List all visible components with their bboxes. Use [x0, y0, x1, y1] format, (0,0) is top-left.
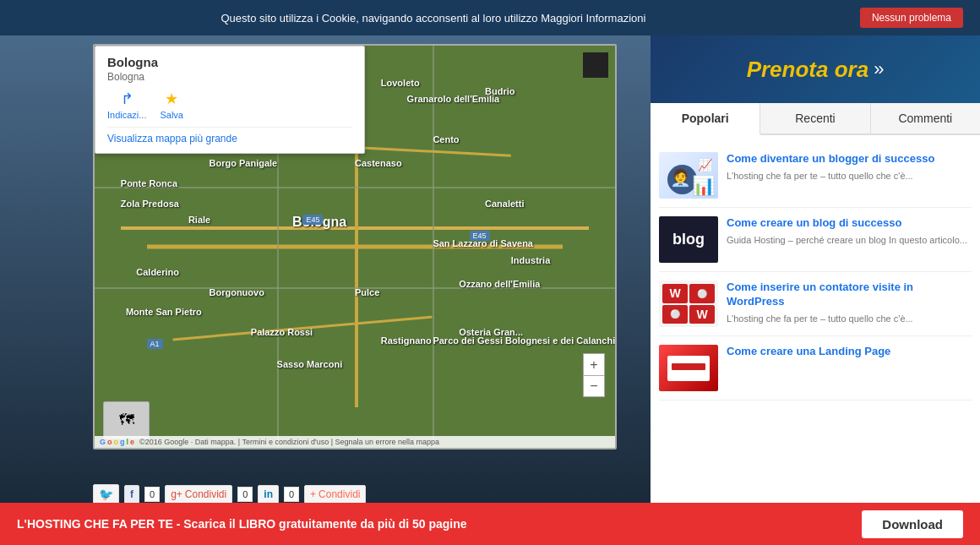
gplus-button[interactable]: g+ Condividi [165, 485, 232, 503]
map-copyright: ©2016 Google · Dati mappa. | Termini e c… [139, 438, 439, 446]
cookie-ok-button[interactable]: Nessun problema [860, 8, 963, 28]
blog-thumb-text: blog [672, 231, 705, 248]
save-icon: ★ [165, 90, 178, 108]
city-label: Castenaso [355, 158, 402, 168]
right-sidebar: Prenota ora » Popolari Recenti Commenti … [651, 35, 980, 503]
post-title-1[interactable]: Come diventare un blogger di successo [727, 152, 972, 166]
gplus-label: Condividi [185, 488, 226, 500]
city-label: Riale [188, 215, 210, 225]
post-content-4: Come creare una Landing Page [727, 345, 972, 362]
map-popup: Bologna Bologna ↱ Indicazi... ★ Salva Vi… [95, 46, 365, 154]
post-thumbnail-1: 🧑‍💼 📈 [659, 152, 718, 199]
main-layout: E45 E45 A13 A1 Bologna Lovoleto Budrio C… [0, 35, 980, 503]
post-title-2[interactable]: Come creare un blog di successo [727, 216, 972, 231]
post-thumbnail-4 [659, 345, 718, 391]
directions-button[interactable]: ↱ Indicazi... [107, 90, 146, 120]
map-container[interactable]: E45 E45 A13 A1 Bologna Lovoleto Budrio C… [93, 44, 617, 450]
city-label: Parco dei Gessi Bolognesi e dei Calanchi… [433, 335, 615, 346]
map-mini-icon[interactable]: 🗺 [103, 401, 150, 439]
cookie-text: Questo sito utilizza i Cookie, navigando… [17, 12, 850, 25]
post-content-1: Come diventare un blogger di successo L'… [727, 152, 972, 183]
city-label: Canaletti [485, 199, 524, 209]
tab-recenti[interactable]: Recenti [760, 103, 870, 134]
post-item: blog Come creare un blog di successo Gui… [659, 208, 972, 272]
city-label: Rastignano [381, 335, 432, 346]
twitter-button[interactable]: 🐦 [93, 484, 119, 503]
cookie-bar: Questo sito utilizza i Cookie, navigando… [0, 0, 980, 35]
map-black-button[interactable] [583, 52, 608, 78]
zoom-out-button[interactable]: − [583, 375, 605, 397]
addthis-label: Condividi [318, 488, 360, 500]
city-label: Borgonuovo [210, 287, 264, 297]
zoom-in-button[interactable]: + [583, 353, 605, 375]
bottom-banner-text: L'HOSTING CHE FA PER TE - Scarica il LIB… [17, 517, 862, 531]
popup-actions: ↱ Indicazi... ★ Salva [107, 90, 352, 120]
facebook-count: 0 [144, 487, 160, 502]
popup-subtitle: Bologna [107, 71, 352, 83]
download-button[interactable]: Download [862, 510, 963, 538]
linkedin-button[interactable]: in [258, 485, 279, 503]
popup-title: Bologna [107, 55, 352, 69]
save-label: Salva [160, 110, 183, 120]
facebook-button[interactable]: f [124, 485, 139, 503]
city-label: Pulce [355, 287, 379, 297]
city-label: Calderino [136, 267, 179, 277]
posts-list: 🧑‍💼 📈 Come diventare un blogger di succe… [651, 135, 980, 503]
city-label: Sasso Marconi [277, 359, 343, 369]
city-label: Granarolo dell'Emilia [407, 94, 500, 104]
directions-label: Indicazi... [107, 110, 146, 120]
map-bottom-bar: Google ©2016 Google · Dati mappa. | Term… [95, 436, 615, 448]
prenota-arrow: » [874, 58, 884, 80]
addthis-icon: + [310, 488, 316, 500]
gplus-count: 0 [237, 487, 253, 502]
city-label: Ponte Ronca [121, 178, 177, 188]
post-item: W ⚪ ⚪ W Come inserire un contatore visit… [659, 272, 972, 336]
view-larger-link[interactable]: Visualizza mappa più grande [107, 127, 352, 144]
zoom-controls: + − [583, 353, 605, 397]
addthis-button[interactable]: + Condividi [304, 485, 366, 503]
city-label: Zola Predosa [121, 199, 179, 209]
city-label: Industria [511, 255, 550, 265]
city-label: Cento [433, 134, 459, 144]
post-title-4[interactable]: Come creare una Landing Page [727, 345, 972, 359]
gplus-icon: g+ [171, 488, 182, 500]
tab-popolari[interactable]: Popolari [651, 103, 760, 135]
twitter-icon: 🐦 [99, 488, 113, 501]
post-title-3[interactable]: Come inserire un contatore visite in Wor… [727, 281, 972, 309]
directions-icon: ↱ [121, 90, 133, 108]
city-label: Ozzano dell'Emilia [459, 279, 540, 289]
post-thumbnail-3: W ⚪ ⚪ W [659, 281, 718, 327]
city-label: Lovoleto [381, 78, 420, 88]
linkedin-count: 0 [284, 487, 299, 502]
save-button[interactable]: ★ Salva [160, 90, 183, 120]
city-label: Palazzo Rossi [251, 327, 313, 337]
city-label: Monte San Pietro [126, 307, 202, 317]
post-content-3: Come inserire un contatore visite in Wor… [727, 281, 972, 325]
post-excerpt-1: L'hosting che fa per te – tutto quello c… [727, 170, 972, 183]
prenota-text: Prenota ora [747, 57, 869, 83]
map-section: E45 E45 A13 A1 Bologna Lovoleto Budrio C… [0, 35, 651, 503]
linkedin-icon: in [264, 488, 273, 500]
post-excerpt-2: Guida Hosting – perché creare un blog In… [727, 234, 972, 247]
facebook-icon: f [130, 488, 133, 500]
bottom-banner: L'HOSTING CHE FA PER TE - Scarica il LIB… [0, 503, 980, 545]
post-thumbnail-2: blog [659, 216, 718, 263]
post-item: 🧑‍💼 📈 Come diventare un blogger di succe… [659, 144, 972, 208]
social-bar: 🐦 f 0 g+ Condividi 0 in 0 + Condividi [93, 484, 366, 503]
city-label: Borgo Panigale [210, 158, 278, 168]
tabs-bar: Popolari Recenti Commenti [651, 103, 980, 135]
prenota-banner[interactable]: Prenota ora » [651, 35, 980, 103]
post-excerpt-3: L'hosting che fa per te – tutto quello c… [727, 313, 972, 325]
post-item: Come creare una Landing Page [659, 336, 972, 401]
tab-commenti[interactable]: Commenti [871, 103, 980, 134]
post-content-2: Come creare un blog di successo Guida Ho… [727, 216, 972, 247]
